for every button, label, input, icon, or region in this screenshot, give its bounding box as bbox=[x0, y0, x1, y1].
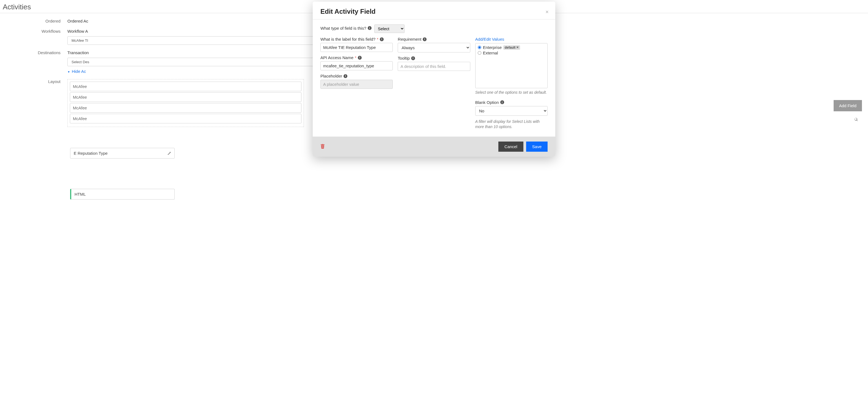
info-icon[interactable]: i bbox=[423, 37, 427, 41]
values-list: Enterprise default ✕ External bbox=[475, 43, 548, 88]
search-icon[interactable] bbox=[854, 118, 858, 122]
layout-item[interactable]: McAfee bbox=[70, 103, 302, 113]
sidebar-workflows-label: Workflows bbox=[3, 29, 67, 34]
value-option-external[interactable]: External bbox=[478, 51, 545, 55]
info-icon[interactable]: i bbox=[380, 37, 384, 41]
layout-drop-zone[interactable]: McAfee McAfee McAfee McAfee bbox=[67, 79, 304, 127]
layout-item[interactable]: McAfee bbox=[70, 92, 302, 102]
add-field-button[interactable]: Add Field bbox=[834, 100, 862, 111]
delete-icon[interactable] bbox=[320, 144, 325, 150]
sidebar-layout-label: Layout bbox=[3, 79, 67, 84]
info-icon[interactable]: i bbox=[358, 56, 362, 60]
placeholder-input bbox=[320, 80, 393, 89]
field-chip-reputation-type[interactable]: E Reputation Type bbox=[70, 148, 175, 159]
info-icon[interactable]: i bbox=[500, 100, 504, 104]
field-chip-label: E Reputation Type bbox=[74, 151, 107, 156]
save-button[interactable]: Save bbox=[526, 141, 548, 152]
layout-item[interactable]: McAfee bbox=[70, 114, 302, 123]
field-type-select[interactable]: Select bbox=[374, 25, 405, 33]
layout-item[interactable]: McAfee bbox=[70, 81, 302, 91]
edit-activity-field-modal: Edit Activity Field × What type of field… bbox=[313, 2, 555, 157]
values-hint: Select one of the options to set as defa… bbox=[475, 90, 548, 95]
api-name-input[interactable] bbox=[320, 61, 393, 70]
edit-icon[interactable] bbox=[167, 152, 171, 155]
field-chip-label: HTML bbox=[74, 192, 86, 197]
modal-title: Edit Activity Field bbox=[320, 8, 548, 15]
api-name-label: API Access Name * i bbox=[320, 55, 393, 60]
blank-option-label: Blank Option i bbox=[475, 100, 548, 105]
blank-option-hint: A filter will display for Select Lists w… bbox=[475, 119, 548, 129]
value-label: Enterprise bbox=[483, 45, 502, 50]
cancel-button[interactable]: Cancel bbox=[498, 141, 523, 152]
field-chip-html[interactable]: HTML bbox=[70, 189, 175, 199]
close-icon[interactable]: × bbox=[546, 9, 549, 15]
info-icon[interactable]: i bbox=[411, 56, 415, 60]
tooltip-input[interactable] bbox=[398, 62, 470, 71]
ordered-activities-text: Ordered Ac bbox=[67, 19, 88, 23]
add-edit-values-link[interactable]: Add/Edit Values bbox=[475, 37, 548, 41]
value-radio[interactable] bbox=[478, 45, 481, 49]
sidebar-ordered-label: Ordered bbox=[3, 19, 67, 23]
default-badge: default ✕ bbox=[503, 45, 520, 50]
value-option-enterprise[interactable]: Enterprise default ✕ bbox=[478, 45, 545, 50]
requirement-select[interactable]: Always bbox=[398, 43, 470, 53]
info-icon[interactable]: i bbox=[343, 74, 347, 78]
field-type-label: What type of field is this? i bbox=[320, 26, 372, 31]
label-question-label: What is the label for this field? * i bbox=[320, 37, 393, 41]
sidebar-destinations-label: Destinations bbox=[3, 50, 67, 55]
field-label-input[interactable] bbox=[320, 43, 393, 52]
placeholder-label: Placeholder i bbox=[320, 74, 393, 78]
info-icon[interactable]: i bbox=[368, 26, 372, 30]
blank-option-select[interactable]: No bbox=[475, 106, 548, 116]
modal-footer: Cancel Save bbox=[313, 137, 555, 157]
remove-default-icon[interactable]: ✕ bbox=[516, 45, 519, 49]
requirement-label: Requirement i bbox=[398, 37, 470, 41]
value-radio[interactable] bbox=[478, 51, 481, 55]
tooltip-label: Tooltip i bbox=[398, 56, 470, 61]
modal-header: Edit Activity Field × bbox=[313, 2, 555, 20]
value-label: External bbox=[483, 51, 498, 55]
